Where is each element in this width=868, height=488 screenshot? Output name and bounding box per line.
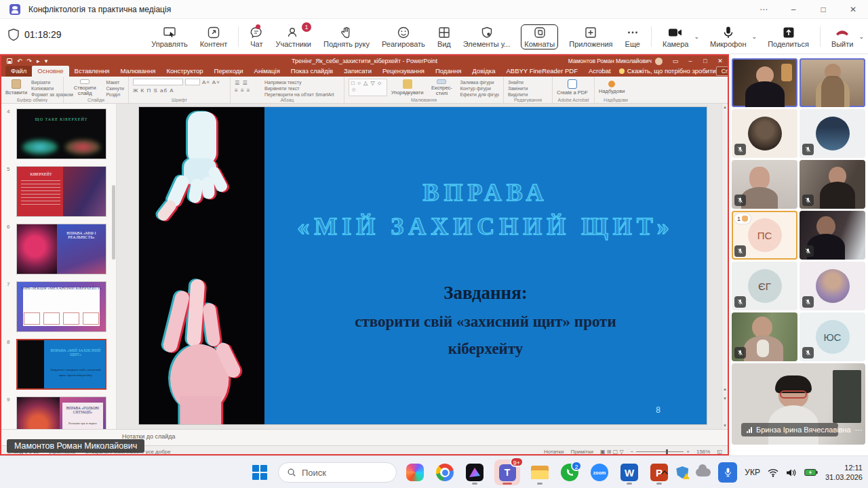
leave-button[interactable]: Выйти — [830, 24, 855, 49]
share-button[interactable]: Поделиться — [766, 24, 810, 49]
explorer-taskbar-icon[interactable] — [528, 459, 551, 486]
camera-button[interactable]: Камера — [661, 24, 690, 49]
window-close-icon[interactable]: ✕ — [838, 5, 868, 14]
new-slide-button[interactable]: Створити слайд — [68, 79, 102, 96]
participant-more-icon[interactable]: ⋯ — [855, 426, 863, 434]
tab-draw[interactable]: Малювання — [115, 66, 161, 77]
view-buttons[interactable]: ▣ ⊞ ▢ ▽ — [600, 449, 624, 455]
apps-button[interactable]: Приложения — [568, 24, 614, 49]
comments-toggle[interactable]: Примітки — [570, 449, 593, 455]
ppt-maximize-icon[interactable]: □ — [698, 58, 713, 64]
tab-home[interactable]: Основне — [32, 66, 68, 77]
word-taskbar-icon[interactable]: W — [618, 459, 641, 486]
slide-thumbnail-5[interactable]: КІБЕРХЕЙТ — [16, 166, 106, 217]
participant-initials-tile-us[interactable]: ЮС — [800, 312, 865, 361]
save-icon[interactable] — [7, 58, 12, 64]
section-button[interactable]: Розділ — [106, 92, 124, 97]
tab-slideshow[interactable]: Показ слайдів — [285, 66, 338, 77]
layout-button[interactable]: Макет — [106, 80, 124, 85]
window-maximize-icon[interactable]: □ — [808, 5, 838, 14]
bullet-list-buttons[interactable]: ☰ ☰ — [235, 80, 260, 86]
participant-video-tile[interactable] — [732, 58, 797, 107]
teams-taskbar-icon[interactable]: T 9+ — [493, 459, 521, 486]
leave-chevron-icon[interactable]: ⌄ — [859, 33, 864, 40]
slideshow-icon[interactable]: ▸ — [37, 58, 40, 64]
tab-view[interactable]: Подання — [430, 66, 467, 77]
participant-avatar-tile[interactable] — [800, 109, 865, 158]
font-style-buttons[interactable]: Ж К П S аб А — [133, 87, 226, 94]
zoom-slider[interactable]: −+ — [631, 449, 690, 455]
align-text-button[interactable]: Вирівняти текст — [264, 86, 334, 91]
quick-styles-button[interactable]: Експрес-стилі — [428, 79, 456, 96]
tab-file[interactable]: Файл — [5, 66, 32, 77]
tab-review[interactable]: Рецензування — [377, 66, 430, 77]
font-size-box[interactable] — [185, 79, 200, 85]
manage-button[interactable]: Управлять — [150, 24, 189, 49]
battery-icon[interactable] — [804, 468, 818, 476]
start-button[interactable] — [248, 459, 271, 486]
font-name-box[interactable] — [133, 79, 183, 85]
tab-animations[interactable]: Анімація — [249, 66, 285, 77]
window-more-icon[interactable]: ⋯ — [749, 5, 778, 14]
find-button[interactable]: Знайти — [508, 80, 528, 85]
copilot-taskbar-icon[interactable] — [403, 459, 427, 486]
rooms-button[interactable]: Комнаты — [521, 24, 558, 49]
qat-dropdown-icon[interactable]: ▾ — [45, 58, 48, 64]
language-indicator[interactable]: УКР — [745, 468, 760, 477]
tab-insert[interactable]: Вставлення — [69, 66, 115, 77]
designer-taskbar-icon[interactable] — [463, 459, 486, 486]
arrange-button[interactable]: Упорядкувати — [391, 79, 424, 96]
slide-thumbnail-6[interactable]: ВПРАВА «МІФ І РЕАЛЬНІСТЬ» — [16, 224, 106, 274]
zoom-level[interactable]: 156% — [696, 449, 710, 455]
undo-icon[interactable]: ↶ — [17, 58, 22, 64]
align-buttons[interactable]: ≡ ≡ ≡ — [235, 87, 260, 94]
chrome-taskbar-icon[interactable] — [433, 459, 456, 486]
tell-me-box[interactable]: Скажіть, що потрібно зробити — [619, 67, 716, 77]
speaker-icon[interactable] — [786, 468, 797, 477]
redo-icon[interactable]: ↷ — [27, 58, 33, 64]
tab-record[interactable]: Записати — [338, 66, 377, 77]
more-button[interactable]: Еще — [624, 24, 642, 49]
participant-avatar-tile[interactable] — [800, 262, 865, 310]
create-pdf-button[interactable]: Create a PDF — [557, 79, 588, 96]
participant-avatar-tile[interactable] — [732, 109, 797, 158]
tray-expand-icon[interactable] — [660, 470, 669, 475]
slide-thumbnail-4[interactable]: ЩО ТАКЕ КІБЕРХЕЙТ — [16, 108, 106, 159]
participant-video-tile[interactable] — [800, 211, 865, 260]
shape-fill-button[interactable]: Заливка фігури — [460, 80, 499, 85]
tab-help[interactable]: Довідка — [467, 66, 500, 77]
slide-thumbnail-9[interactable]: ВПРАВА «РОЛЬОВІ СИТУАЦІЇ» Рольова гра в … — [16, 396, 106, 429]
taskbar-clock[interactable]: 12:11 31.03.2026 — [825, 463, 863, 483]
raise-hand-button[interactable]: Поднять руку — [322, 24, 371, 49]
chat-button[interactable]: Чат — [248, 24, 264, 49]
react-button[interactable]: Реагировать — [380, 24, 427, 49]
ppt-close-icon[interactable]: ✕ — [713, 58, 728, 64]
meeting-elements-button[interactable]: Элементы у... — [462, 24, 511, 49]
taskbar-search[interactable]: Поиск — [278, 462, 397, 483]
window-minimize-icon[interactable]: – — [778, 5, 808, 14]
view-button[interactable]: Вид — [436, 24, 452, 49]
participant-initials-tile-ps[interactable]: 1 ПС — [732, 211, 797, 260]
smartart-button[interactable]: Перетворити на об'єкт SmartArt — [264, 92, 334, 97]
ppt-minimize-icon[interactable]: – — [683, 58, 698, 64]
content-button[interactable]: Контент — [199, 24, 229, 49]
tab-acrobat[interactable]: Acrobat — [583, 66, 616, 77]
zoom-taskbar-icon[interactable]: zoom — [588, 459, 611, 486]
onedrive-icon[interactable] — [696, 468, 711, 476]
ppt-quick-access-toolbar[interactable]: ↶ ↷ ▸ ▾ — [7, 58, 47, 64]
participant-video-tile[interactable] — [800, 160, 865, 209]
reset-button[interactable]: Скинути — [106, 86, 124, 91]
canvas-scrollbar[interactable]: ▲ ▲ ▼ ▼ — [722, 104, 728, 429]
mic-chevron-icon[interactable]: ⌄ — [752, 33, 757, 40]
fit-slide-icon[interactable]: ◱ — [717, 449, 722, 455]
ribbon-options-icon[interactable]: ▭ — [668, 58, 683, 64]
ppt-account[interactable]: Мамонтов Роман Миколайович — [568, 58, 663, 65]
wifi-icon[interactable] — [768, 468, 778, 477]
participant-video-tile[interactable] — [800, 58, 865, 107]
participant-video-tile[interactable] — [732, 160, 797, 209]
select-button[interactable]: Виділити — [508, 92, 528, 97]
camera-chevron-icon[interactable]: ⌄ — [694, 33, 699, 40]
text-direction-button[interactable]: Напрямок тексту — [264, 80, 334, 85]
tab-transitions[interactable]: Переходи — [209, 66, 249, 77]
mic-button[interactable]: Микрофон — [709, 24, 748, 49]
